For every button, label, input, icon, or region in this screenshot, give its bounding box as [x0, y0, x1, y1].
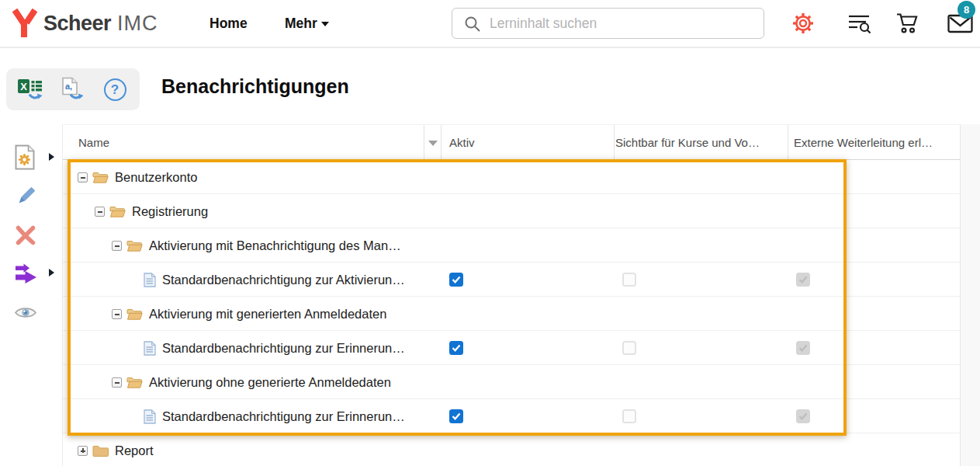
move-button[interactable] [14, 262, 39, 287]
tree-row-folder[interactable]: Aktivierung ohne generierte Anmeldedaten [63, 365, 960, 399]
row-label: Standardbenachrichtigung zur Erinnerun… [162, 409, 405, 424]
tree-row-notification[interactable]: Standardbenachrichtigung zur Erinnerun… [63, 331, 960, 365]
column-header-aktiv[interactable]: Aktiv [449, 125, 475, 161]
open-folder-icon [126, 376, 143, 389]
notification-document-icon [144, 341, 156, 356]
chevron-down-icon [321, 22, 329, 26]
row-label: Report [115, 443, 154, 458]
nav-mehr-label: Mehr [285, 16, 317, 31]
brand-name: Scheer [43, 12, 111, 36]
create-item-flyout-arrow-icon[interactable] [49, 153, 54, 161]
search-list-icon[interactable] [847, 12, 872, 38]
notifications-table: Name Aktiv Sichtbar für Kurse und Vo… Ex… [62, 124, 980, 466]
collapse-toggle-icon[interactable] [78, 172, 88, 183]
folder-icon [92, 444, 109, 457]
export-toolbar: X a, ? [6, 68, 140, 110]
row-label: Aktivierung ohne generierte Anmeldedaten [149, 375, 391, 390]
checkbox-aktiv[interactable] [449, 273, 463, 287]
mail-badge[interactable]: 8 [957, 1, 975, 19]
checkbox-sichtbar[interactable] [622, 273, 636, 287]
tree-row-notification[interactable]: Standardbenachrichtigung zur Erinnerun… [63, 399, 960, 433]
settings-icon[interactable] [792, 12, 814, 37]
search-input[interactable] [452, 9, 764, 38]
collapse-toggle-icon[interactable] [95, 207, 105, 217]
checkbox-aktiv[interactable] [449, 409, 463, 423]
tree-row-notification[interactable]: Standardbenachrichtigung zur Aktivierun… [63, 263, 960, 297]
table-body: BenutzerkontoRegistrierungAktivierung mi… [63, 160, 960, 466]
tree-row-folder[interactable]: Benutzerkonto [63, 160, 960, 194]
row-label: Benutzerkonto [115, 170, 197, 185]
collapse-toggle-icon[interactable] [112, 309, 122, 319]
preview-button[interactable] [14, 304, 37, 324]
excel-export-button[interactable]: X [14, 72, 48, 106]
open-folder-icon [126, 239, 143, 252]
svg-text:X: X [20, 81, 27, 92]
notification-document-icon [144, 409, 156, 424]
text-export-button[interactable]: a, [56, 72, 90, 106]
row-label: Standardbenachrichtigung zur Aktivierun… [162, 273, 405, 287]
name-cell: Standardbenachrichtigung zur Aktivierun… [63, 263, 405, 297]
nav-mehr[interactable]: Mehr [285, 0, 329, 47]
checkbox-sichtbar[interactable] [622, 409, 636, 423]
edit-button[interactable] [14, 185, 37, 211]
checkbox-extern [796, 409, 810, 423]
column-divider [441, 125, 442, 159]
app-window: Scheer IMC Home Mehr [0, 0, 980, 466]
column-header-extern[interactable]: Externe Weiterleitung erl… [794, 125, 933, 161]
open-folder-icon [109, 205, 126, 218]
tree-row-folder[interactable]: Report [63, 433, 960, 466]
name-cell: Standardbenachrichtigung zur Erinnerun… [63, 331, 405, 365]
column-divider [614, 125, 615, 159]
tree-row-folder[interactable]: Aktivierung mit generierten Anmeldedaten [63, 297, 960, 331]
row-label: Registrierung [132, 204, 208, 219]
name-cell: Standardbenachrichtigung zur Erinnerun… [63, 399, 405, 433]
table-right-gutter [960, 124, 980, 466]
collapse-toggle-icon[interactable] [112, 241, 122, 251]
column-header-name[interactable]: Name [78, 125, 109, 161]
open-folder-icon [126, 308, 143, 321]
help-button[interactable]: ? [98, 72, 132, 106]
action-sidebar [0, 124, 62, 466]
notification-document-icon [144, 273, 156, 287]
expand-toggle-icon[interactable] [78, 446, 88, 456]
name-cell: Registrierung [63, 194, 208, 228]
logo-mark-icon [11, 8, 39, 39]
name-cell: Aktivierung mit generierten Anmeldedaten [63, 297, 386, 331]
row-label: Aktivierung mit Benachrichtigung des Man… [149, 238, 401, 253]
column-header-sichtbar[interactable]: Sichtbar für Kurse und Vo… [615, 125, 760, 161]
checkbox-extern [796, 341, 810, 355]
column-divider [424, 125, 424, 159]
delete-button[interactable] [14, 224, 37, 250]
tree-row-folder[interactable]: Registrierung [63, 194, 960, 228]
column-divider [788, 125, 788, 159]
brand-suffix: IMC [117, 12, 158, 36]
sort-caret-icon[interactable] [428, 141, 438, 146]
checkbox-sichtbar[interactable] [622, 341, 636, 355]
logo[interactable]: Scheer IMC [11, 0, 158, 47]
tree-row-folder[interactable]: Aktivierung mit Benachrichtigung des Man… [63, 228, 960, 263]
nav-home[interactable]: Home [210, 0, 248, 47]
row-label: Standardbenachrichtigung zur Erinnerun… [162, 341, 405, 356]
name-cell: Aktivierung ohne generierte Anmeldedaten [63, 365, 391, 399]
help-icon: ? [104, 78, 126, 101]
create-item-button[interactable] [14, 144, 36, 173]
row-label: Aktivierung mit generierten Anmeldedaten [149, 307, 386, 322]
search-box [452, 8, 764, 39]
name-cell: Report [63, 433, 154, 466]
collapse-toggle-icon[interactable] [112, 377, 122, 388]
cart-icon[interactable] [895, 12, 920, 38]
name-cell: Aktivierung mit Benachrichtigung des Man… [63, 228, 401, 263]
top-navigation-bar: Scheer IMC Home Mehr [0, 0, 980, 48]
table-header: Name Aktiv Sichtbar für Kurse und Vo… Ex… [63, 124, 960, 160]
checkbox-aktiv[interactable] [449, 341, 463, 355]
svg-text:a,: a, [65, 82, 72, 91]
move-flyout-arrow-icon[interactable] [49, 269, 54, 276]
page-title: Benachrichtigungen [161, 75, 349, 98]
open-folder-icon [92, 171, 109, 184]
name-cell: Benutzerkonto [63, 160, 197, 194]
checkbox-extern [796, 273, 810, 287]
